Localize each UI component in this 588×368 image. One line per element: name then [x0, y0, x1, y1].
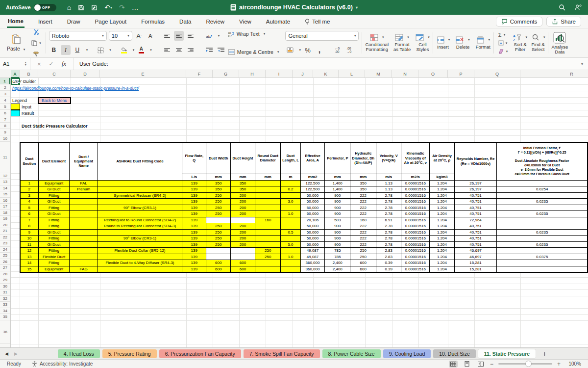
merge-centre-button[interactable]: Merge & Centre▾	[228, 49, 279, 55]
table-cell[interactable]	[70, 211, 98, 217]
table-cell[interactable]: Round to Rectangular Connector (SR4-3)	[98, 223, 182, 230]
table-cell[interactable]: 200	[231, 236, 255, 242]
table-cell[interactable]	[281, 205, 300, 211]
table-cell[interactable]: 200	[231, 229, 255, 236]
table-cell[interactable]: 139	[182, 236, 206, 242]
table-cell[interactable]: 1.13	[376, 186, 401, 193]
table-cell[interactable]: Equipment	[38, 266, 70, 272]
table-cell[interactable]: 250	[350, 254, 376, 260]
table-cell[interactable]: 1.204	[430, 211, 455, 217]
table-cell[interactable]	[98, 241, 182, 248]
table-cell[interactable]: 2.78	[376, 205, 401, 211]
column-header-Q[interactable]: Q	[474, 70, 520, 78]
orientation-button[interactable]: ab	[204, 31, 214, 41]
table-cell[interactable]	[255, 229, 281, 236]
zoom-slider-knob[interactable]	[525, 361, 532, 367]
table-cell[interactable]: 160	[350, 217, 376, 223]
table-cell[interactable]: 222	[350, 236, 376, 242]
ribbon-tab-home[interactable]: Home	[7, 15, 24, 28]
table-cell[interactable]	[70, 260, 98, 266]
sheet-tab-8-power-cable-size[interactable]: 8. Power Cable Size	[322, 349, 381, 358]
table-cell[interactable]: 222	[350, 199, 376, 205]
table-cell[interactable]: 4	[20, 199, 38, 205]
table-cell[interactable]: 785	[325, 254, 350, 260]
table-cell[interactable]: 9	[20, 229, 38, 236]
table-cell[interactable]: 0.00001516	[401, 229, 430, 236]
italic-button[interactable]: I	[61, 45, 71, 55]
table-cell[interactable]: 0.00001516	[401, 217, 430, 223]
table-cell[interactable]: 1.204	[430, 241, 455, 248]
table-cell[interactable]	[255, 223, 281, 230]
increase-decimal-button[interactable]: ←0.00	[332, 45, 342, 55]
table-cell[interactable]: 15	[20, 266, 38, 272]
table-cell[interactable]: 900	[325, 223, 350, 230]
cell-input-label[interactable]: Input	[22, 105, 31, 109]
table-cell[interactable]	[70, 248, 98, 254]
table-cell[interactable]: Flexible Duct to 4-Way Diffuser (SR4-3)	[98, 260, 182, 266]
table-cell[interactable]: 0.39	[376, 266, 401, 272]
table-cell[interactable]: 40,751	[454, 205, 496, 211]
title-chevron-icon[interactable]: ▾	[356, 5, 358, 10]
document-title[interactable]: aircondlounge HVAC Calculators (v6.0)	[239, 4, 353, 11]
table-cell[interactable]: Rectangular to Round Connector (SD4-2)	[98, 217, 182, 223]
add-sheet-button[interactable]: +	[538, 350, 551, 358]
analyse-data-button[interactable]: AnalyseData	[551, 32, 568, 55]
table-cell[interactable]: 40,751	[454, 223, 496, 230]
home-icon[interactable]: ⌂	[67, 3, 71, 11]
autosave-toggle[interactable]: OFF	[34, 4, 56, 11]
table-cell[interactable]: 139	[182, 241, 206, 248]
column-header-H[interactable]: H	[239, 70, 266, 78]
table-cell[interactable]: 2.83	[376, 248, 401, 254]
table-cell[interactable]	[497, 260, 588, 266]
table-cell[interactable]	[281, 217, 300, 223]
table-cell[interactable]: 1.204	[430, 248, 455, 254]
table-cell[interactable]: 2.78	[376, 199, 401, 205]
formula-bar-value[interactable]: User Guide:	[74, 61, 576, 67]
table-cell[interactable]: 50,000	[300, 236, 325, 242]
table-cell[interactable]: 2.78	[376, 229, 401, 236]
formula-bar-expand-icon[interactable]: ▾	[576, 62, 588, 66]
ribbon-tab-tell-me[interactable]: Tell me	[304, 16, 331, 27]
table-cell[interactable]: 50,000	[300, 199, 325, 205]
accounting-format-button[interactable]	[285, 45, 295, 55]
table-cell[interactable]: Flexible Duct Collar (SR5-12)	[98, 248, 182, 254]
table-cell[interactable]: 139	[182, 199, 206, 205]
table-cell[interactable]: 1.0	[281, 211, 300, 217]
table-cell[interactable]: 0.00001516	[401, 211, 430, 217]
table-cell[interactable]: 900	[325, 205, 350, 211]
table-cell[interactable]: 0.0235	[497, 199, 588, 205]
ribbon-tab-formulas[interactable]: Formulas	[140, 16, 166, 27]
table-cell[interactable]	[255, 260, 281, 266]
table-cell[interactable]: 600	[350, 260, 376, 266]
table-cell[interactable]: 122,500	[300, 186, 325, 193]
table-cell[interactable]	[497, 192, 588, 199]
table-cell[interactable]: Plenum	[70, 186, 98, 193]
table-cell[interactable]: 0.00001516	[401, 241, 430, 248]
align-top-button[interactable]	[162, 31, 172, 41]
table-cell[interactable]	[231, 248, 255, 254]
table-cell[interactable]: 1.204	[430, 260, 455, 266]
table-cell[interactable]: 10	[20, 236, 38, 242]
number-format-select[interactable]: General▾	[285, 31, 359, 41]
tab-scroll-left-icon[interactable]: ◀	[3, 351, 10, 356]
table-cell[interactable]: 2.83	[376, 254, 401, 260]
table-cell[interactable]	[497, 217, 588, 223]
table-cell[interactable]: 26,197	[454, 180, 496, 186]
table-cell[interactable]: Fitting	[38, 205, 70, 211]
table-cell[interactable]: 0.00001516	[401, 260, 430, 266]
table-cell[interactable]: 0.00001516	[401, 205, 430, 211]
table-cell[interactable]: GI Duct	[38, 186, 70, 193]
table-cell[interactable]	[70, 199, 98, 205]
fill-button[interactable]: ▾	[497, 39, 509, 47]
table-cell[interactable]: 0.0375	[497, 254, 588, 260]
table-cell[interactable]: 0.39	[376, 260, 401, 266]
table-cell[interactable]: 900	[325, 229, 350, 236]
table-cell[interactable]: 3	[20, 192, 38, 199]
table-cell[interactable]	[281, 248, 300, 254]
table-cell[interactable]: 139	[182, 229, 206, 236]
table-cell[interactable]: 122,500	[300, 180, 325, 186]
table-cell[interactable]: 1.204	[430, 236, 455, 242]
table-cell[interactable]: Symmetrical Reducer (SR4-2)	[98, 192, 182, 199]
table-cell[interactable]	[281, 180, 300, 186]
legend-result-swatch[interactable]	[11, 110, 20, 116]
